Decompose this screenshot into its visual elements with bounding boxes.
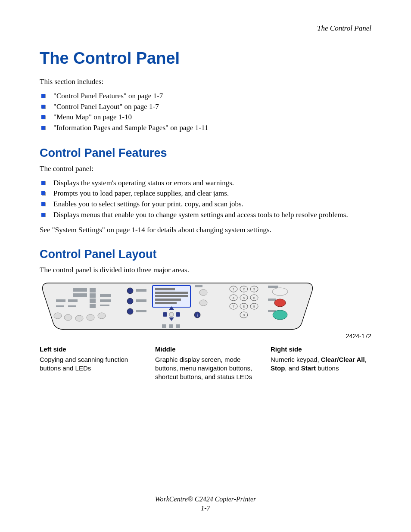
svg-rect-3	[90, 293, 96, 298]
svg-rect-27	[155, 292, 188, 294]
footer-page: 1-7	[0, 504, 411, 513]
svg-rect-5	[90, 304, 96, 308]
svg-point-17	[98, 313, 106, 319]
col-middle: Middle Graphic display screen, mode butt…	[155, 345, 256, 382]
svg-point-15	[75, 315, 83, 321]
svg-rect-9	[68, 305, 76, 307]
svg-rect-6	[56, 299, 65, 302]
svg-rect-31	[195, 285, 202, 287]
figure-id: 2424-172	[40, 333, 371, 339]
toc-item: "Menu Map" on page 1-10	[40, 112, 371, 123]
svg-text:6: 6	[253, 296, 255, 300]
svg-rect-26	[155, 288, 175, 290]
svg-rect-1	[73, 293, 87, 297]
svg-rect-62	[268, 286, 278, 288]
svg-text:1: 1	[233, 287, 235, 291]
svg-rect-64	[268, 299, 276, 301]
svg-text:4: 4	[233, 296, 235, 300]
toc-item: "Control Panel Layout" on page 1-7	[40, 102, 371, 112]
control-panel-illustration: i 1 2 3 4 5 6 7 8 9 0	[40, 281, 315, 331]
page-title: The Control Panel	[40, 49, 371, 68]
svg-point-14	[64, 314, 72, 320]
toc-item: "Control Panel Features" on page 1-7	[40, 91, 371, 102]
svg-rect-39	[162, 324, 166, 328]
svg-point-20	[127, 308, 133, 314]
svg-point-65	[274, 299, 286, 307]
svg-rect-2	[90, 288, 96, 292]
svg-rect-28	[155, 295, 188, 297]
section-features-heading: Control Panel Features	[40, 146, 371, 160]
control-panel-figure: i 1 2 3 4 5 6 7 8 9 0	[40, 281, 371, 339]
svg-point-36	[169, 312, 174, 317]
svg-point-18	[127, 288, 133, 294]
svg-rect-40	[169, 324, 173, 328]
svg-text:i: i	[197, 313, 198, 317]
svg-text:7: 7	[233, 305, 235, 308]
col-right-head: Right side	[271, 345, 371, 353]
svg-rect-11	[100, 299, 111, 302]
svg-text:3: 3	[253, 287, 255, 291]
feature-item: Enables you to select settings for your …	[40, 199, 371, 210]
svg-point-32	[199, 289, 207, 296]
svg-point-67	[273, 310, 287, 320]
svg-rect-30	[155, 302, 177, 304]
svg-rect-21	[136, 289, 146, 292]
svg-rect-0	[73, 288, 87, 292]
col-left-body: Copying and scanning function buttons an…	[40, 355, 140, 373]
features-list: Displays the system's operating status o…	[40, 178, 371, 221]
toc-item: "Information Pages and Sample Pages" on …	[40, 123, 371, 134]
svg-rect-22	[136, 299, 146, 302]
svg-point-19	[127, 298, 133, 304]
svg-point-16	[87, 314, 94, 320]
col-right: Right side Numeric keypad, Clear/Clear A…	[271, 345, 371, 382]
svg-text:5: 5	[243, 296, 245, 300]
svg-point-33	[199, 300, 207, 306]
features-see: See "System Settings" on page 1-14 for d…	[40, 225, 371, 235]
svg-rect-8	[68, 299, 78, 302]
col-left-head: Left side	[40, 345, 140, 353]
footer-product: WorkCentre® C2424 Copier-Printer	[0, 495, 411, 504]
toc-list: "Control Panel Features" on page 1-7 "Co…	[40, 91, 371, 134]
intro-text: This section includes:	[40, 77, 371, 87]
svg-rect-35	[176, 312, 180, 317]
svg-rect-41	[176, 324, 180, 328]
layout-columns: Left side Copying and scanning function …	[40, 345, 371, 382]
svg-text:0: 0	[243, 313, 245, 317]
svg-rect-29	[155, 299, 181, 301]
svg-rect-10	[100, 294, 111, 297]
page-footer: WorkCentre® C2424 Copier-Printer 1-7	[0, 495, 411, 513]
feature-item: Displays the system's operating status o…	[40, 178, 371, 189]
col-right-body: Numeric keypad, Clear/Clear All, Stop, a…	[271, 355, 371, 373]
features-lead: The control panel:	[40, 164, 371, 174]
svg-rect-4	[90, 299, 96, 303]
svg-rect-34	[163, 312, 167, 317]
svg-rect-23	[136, 310, 146, 312]
section-layout-heading: Control Panel Layout	[40, 248, 371, 261]
svg-text:8: 8	[243, 305, 245, 308]
svg-point-63	[272, 288, 288, 296]
col-left: Left side Copying and scanning function …	[40, 345, 140, 382]
feature-item: Prompts you to load paper, replace suppl…	[40, 188, 371, 199]
svg-point-13	[54, 313, 62, 319]
running-head: The Control Panel	[40, 24, 371, 33]
feature-item: Displays menus that enable you to change…	[40, 210, 371, 221]
svg-rect-12	[100, 305, 109, 306]
svg-text:2: 2	[243, 287, 245, 291]
svg-text:9: 9	[253, 305, 255, 308]
col-middle-body: Graphic display screen, mode buttons, me…	[155, 355, 256, 382]
layout-lead: The control panel is divided into three …	[40, 265, 371, 275]
svg-rect-7	[56, 305, 64, 307]
col-middle-head: Middle	[155, 345, 256, 353]
